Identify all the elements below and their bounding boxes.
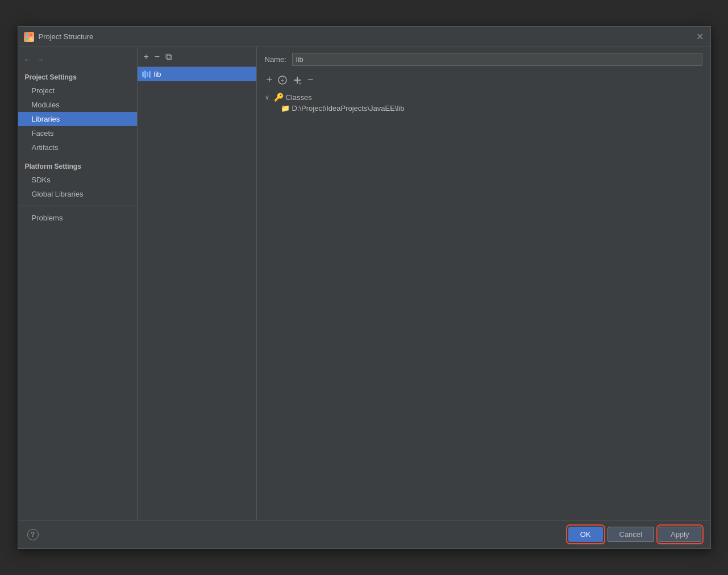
lib-bar-1 <box>142 72 144 77</box>
sidebar-item-modules[interactable]: Modules <box>18 98 137 112</box>
middle-area: + − ⧉ lib Name: <box>138 47 710 520</box>
classes-path: D:\Project\IdeaProjects\JavaEE\lib <box>292 104 405 113</box>
forward-arrow[interactable]: → <box>35 54 45 65</box>
project-structure-dialog: Project Structure ✕ ← → Project Settings… <box>18 26 711 549</box>
svg-text:+: + <box>298 80 301 85</box>
svg-rect-7 <box>297 77 298 84</box>
bottom-right: OK Cancel Apply <box>568 527 701 542</box>
sidebar-item-global-libraries[interactable]: Global Libraries <box>18 187 137 201</box>
sidebar: ← → Project Settings Project Modules Lib… <box>18 47 138 520</box>
lib-bar-4 <box>149 71 151 78</box>
sidebar-item-project[interactable]: Project <box>18 84 137 98</box>
list-toolbar: + − ⧉ <box>138 47 256 67</box>
project-settings-header: Project Settings <box>18 70 137 84</box>
classes-icon: 🔑 <box>274 93 284 102</box>
add-library-button[interactable]: + <box>142 51 151 63</box>
sidebar-item-libraries[interactable]: Libraries <box>18 112 137 126</box>
library-icon <box>142 70 151 78</box>
library-item-name: lib <box>154 70 161 78</box>
back-arrow[interactable]: ← <box>23 54 33 65</box>
add-another-icon: + <box>293 76 302 85</box>
classes-tree-row: ∨ 🔑 Classes <box>265 91 702 103</box>
title-bar: Project Structure ✕ <box>18 27 710 47</box>
tree-toggle[interactable]: ∨ <box>265 94 272 101</box>
sidebar-item-sdks[interactable]: SDKs <box>18 173 137 187</box>
app-icon <box>24 32 34 42</box>
svg-text:+: + <box>281 77 284 84</box>
lib-bar-2 <box>144 70 146 78</box>
svg-rect-1 <box>30 34 32 36</box>
bottom-left: ? <box>27 529 39 540</box>
detail-tree: ∨ 🔑 Classes 📁 D:\Project\IdeaProjects\Ja… <box>265 91 702 514</box>
add-another-button[interactable]: + <box>291 74 303 86</box>
name-row: Name: <box>265 53 702 66</box>
dialog-title: Project Structure <box>39 32 94 41</box>
add-special-button[interactable]: + <box>276 74 289 86</box>
help-button[interactable]: ? <box>27 529 39 540</box>
lib-bar-3 <box>147 72 148 77</box>
ok-button[interactable]: OK <box>568 527 603 542</box>
library-list-item[interactable]: lib <box>138 67 256 81</box>
copy-library-button[interactable]: ⧉ <box>164 51 173 63</box>
bottom-bar: ? OK Cancel Apply <box>18 520 710 548</box>
svg-rect-3 <box>30 38 32 40</box>
platform-settings-header: Platform Settings <box>18 159 137 173</box>
detail-panel: Name: + + <box>257 47 710 520</box>
svg-rect-2 <box>26 38 28 40</box>
remove-entry-button[interactable]: − <box>306 73 315 87</box>
sidebar-item-artifacts[interactable]: Artifacts <box>18 140 137 155</box>
sidebar-item-facets[interactable]: Facets <box>18 126 137 140</box>
remove-library-button[interactable]: − <box>153 51 161 63</box>
add-entry-button[interactable]: + <box>265 73 274 87</box>
name-label: Name: <box>265 55 286 64</box>
classes-path-row: 📁 D:\Project\IdeaProjects\JavaEE\lib <box>265 103 702 114</box>
folder-icon: 📁 <box>281 104 290 113</box>
title-bar-left: Project Structure <box>24 32 94 42</box>
classes-label: Classes <box>286 93 312 102</box>
svg-rect-0 <box>26 34 28 36</box>
sidebar-item-problems[interactable]: Problems <box>18 211 137 225</box>
main-content: ← → Project Settings Project Modules Lib… <box>18 47 710 520</box>
add-special-icon: + <box>278 76 287 85</box>
sidebar-divider <box>18 206 137 206</box>
name-input[interactable] <box>292 53 702 66</box>
nav-arrows: ← → <box>18 52 137 70</box>
apply-button[interactable]: Apply <box>659 527 701 542</box>
library-list-panel: + − ⧉ lib <box>138 47 257 520</box>
detail-toolbar: + + + <box>265 73 702 87</box>
close-button[interactable]: ✕ <box>696 32 705 41</box>
cancel-button[interactable]: Cancel <box>608 527 654 542</box>
